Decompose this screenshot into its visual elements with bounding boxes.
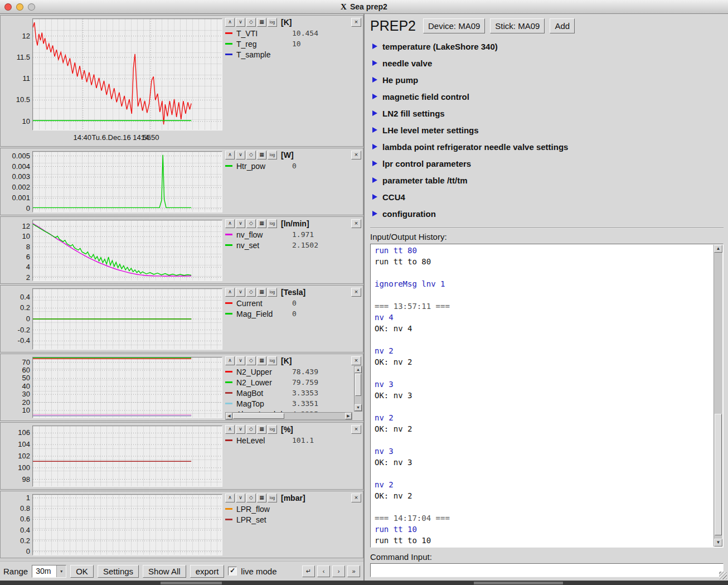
legend-item-Htr_pow[interactable]: Htr_pow0 xyxy=(225,161,361,171)
close-chart-button[interactable]: × xyxy=(351,356,361,365)
tree-item[interactable]: magnetic field control xyxy=(370,88,724,105)
grid-button[interactable]: ▦ xyxy=(257,18,266,27)
expand-triangle-icon[interactable] xyxy=(372,194,377,200)
log-scale-button[interactable]: log xyxy=(268,494,277,502)
log-scale-button[interactable]: log xyxy=(268,18,277,27)
tree-item[interactable]: LHe level meter settings xyxy=(370,122,724,138)
expand-triangle-icon[interactable] xyxy=(372,177,377,183)
log-scale-button[interactable]: log xyxy=(268,288,277,297)
scale-up-button[interactable]: ∧ xyxy=(225,288,235,297)
scrollbar-down-icon[interactable]: ▼ xyxy=(714,539,722,547)
scale-down-button[interactable]: ∨ xyxy=(236,356,245,365)
expand-triangle-icon[interactable] xyxy=(372,127,377,133)
scrollbar-left-icon[interactable]: ◀ xyxy=(226,413,232,419)
autoscale-button[interactable]: ◇ xyxy=(246,288,256,297)
command-input[interactable] xyxy=(370,563,724,577)
scale-up-button[interactable]: ∧ xyxy=(225,494,235,502)
tree-item[interactable]: temperature (LakeShore 340) xyxy=(370,38,724,55)
scrollbar-up-icon[interactable]: ▲ xyxy=(355,366,362,373)
tree-item[interactable]: He pump xyxy=(370,71,724,88)
grid-button[interactable]: ▦ xyxy=(257,425,266,434)
legend-item-LPR_set[interactable]: LPR_set xyxy=(225,514,361,525)
expand-triangle-icon[interactable] xyxy=(372,211,377,216)
legend-item-nv_flow[interactable]: nv_flow1.971 xyxy=(225,229,361,240)
scale-up-button[interactable]: ∧ xyxy=(225,219,235,228)
close-chart-button[interactable]: × xyxy=(351,425,361,434)
add-button[interactable]: Add xyxy=(550,18,575,33)
grid-button[interactable]: ▦ xyxy=(257,356,266,365)
io-history-console[interactable]: run tt 80run tt to 80ignoreMsg lnv 1=== … xyxy=(370,244,724,548)
jump-live-button[interactable]: ↵ xyxy=(302,565,315,577)
close-chart-button[interactable]: × xyxy=(351,288,361,297)
expand-triangle-icon[interactable] xyxy=(372,77,377,83)
scale-down-button[interactable]: ∨ xyxy=(236,219,245,228)
plot-area[interactable] xyxy=(32,426,222,487)
expand-triangle-icon[interactable] xyxy=(372,60,377,66)
scale-up-button[interactable]: ∧ xyxy=(225,356,235,365)
autoscale-button[interactable]: ◇ xyxy=(246,356,256,365)
settings-button[interactable]: Settings xyxy=(98,565,139,578)
close-chart-button[interactable]: × xyxy=(351,219,361,228)
scrollbar-down-icon[interactable]: ▼ xyxy=(355,404,362,411)
close-chart-button[interactable]: × xyxy=(351,151,361,159)
legend-item-T_reg[interactable]: T_reg10 xyxy=(225,38,361,49)
show-all-button[interactable]: Show All xyxy=(143,565,186,578)
tree-item[interactable]: configuration xyxy=(370,205,724,222)
plot-area[interactable] xyxy=(32,18,222,130)
expand-triangle-icon[interactable] xyxy=(372,43,377,49)
log-scale-button[interactable]: log xyxy=(268,219,277,228)
grid-button[interactable]: ▦ xyxy=(257,151,266,159)
scrollbar-thumb[interactable] xyxy=(715,414,722,535)
log-scale-button[interactable]: log xyxy=(268,151,277,159)
scale-down-button[interactable]: ∨ xyxy=(236,425,245,434)
stick-button[interactable]: Stick: MA09 xyxy=(490,18,545,33)
scale-down-button[interactable]: ∨ xyxy=(236,18,245,27)
minimize-window-button[interactable] xyxy=(16,3,23,11)
close-chart-button[interactable]: × xyxy=(351,494,361,502)
autoscale-button[interactable]: ◇ xyxy=(246,18,256,27)
autoscale-button[interactable]: ◇ xyxy=(246,151,256,159)
tree-item[interactable]: lambda point refrigerator needle valve s… xyxy=(370,138,724,155)
plot-area[interactable] xyxy=(32,151,222,212)
tree-item[interactable]: CCU4 xyxy=(370,188,724,205)
grid-button[interactable]: ▦ xyxy=(257,494,266,502)
legend-vertical-scrollbar[interactable]: ▲ ▼ xyxy=(354,366,362,412)
scrollbar-up-icon[interactable]: ▲ xyxy=(714,245,722,253)
titlebar[interactable]: XSea prep2 xyxy=(0,0,728,14)
tree-item[interactable]: lpr control parameters xyxy=(370,155,724,172)
legend-item-Current[interactable]: Current0 xyxy=(225,298,361,308)
scale-down-button[interactable]: ∨ xyxy=(236,151,245,159)
plot-area[interactable] xyxy=(32,357,222,418)
tree-item[interactable]: LN2 fill settings xyxy=(370,105,724,122)
tree-item[interactable]: needle valve xyxy=(370,55,724,71)
close-chart-button[interactable]: × xyxy=(351,18,361,27)
plot-area[interactable] xyxy=(32,288,222,350)
jump-end-button[interactable]: » xyxy=(347,565,360,577)
autoscale-button[interactable]: ◇ xyxy=(246,494,256,502)
legend-item-N2_Lower[interactable]: N2_Lower79.759 xyxy=(225,377,361,388)
tree-item[interactable]: parameter table /tt/tm xyxy=(370,172,724,188)
resize-grip[interactable] xyxy=(719,572,727,579)
legend-item-Mag_Field[interactable]: Mag_Field0 xyxy=(225,308,361,319)
legend-item-HeLevel[interactable]: HeLevel101.1 xyxy=(225,435,361,446)
scrollbar-thumb[interactable] xyxy=(355,374,361,396)
grid-button[interactable]: ▦ xyxy=(257,288,266,297)
legend-item-MagTop[interactable]: MagTop3.3351 xyxy=(225,398,361,409)
legend-item-MagBot[interactable]: MagBot3.3353 xyxy=(225,388,361,398)
scale-down-button[interactable]: ∨ xyxy=(236,494,245,502)
zoom-window-button[interactable] xyxy=(28,3,35,11)
legend-item-nv_set[interactable]: nv_set2.1502 xyxy=(225,240,361,250)
export-button[interactable]: export xyxy=(190,565,225,578)
legend-item-LPR_flow[interactable]: LPR_flow xyxy=(225,504,361,514)
close-window-button[interactable] xyxy=(4,3,12,11)
scrollbar-thumb[interactable] xyxy=(233,413,284,419)
legend-item-T_sample[interactable]: T_sample xyxy=(225,49,361,60)
expand-triangle-icon[interactable] xyxy=(372,94,377,99)
step-back-button[interactable]: ‹ xyxy=(317,565,330,577)
log-scale-button[interactable]: log xyxy=(268,425,277,434)
ok-button[interactable]: OK xyxy=(70,565,94,578)
grid-button[interactable]: ▦ xyxy=(257,219,266,228)
expand-triangle-icon[interactable] xyxy=(372,144,377,149)
step-forward-button[interactable]: › xyxy=(332,565,345,577)
plot-area[interactable] xyxy=(32,220,222,281)
